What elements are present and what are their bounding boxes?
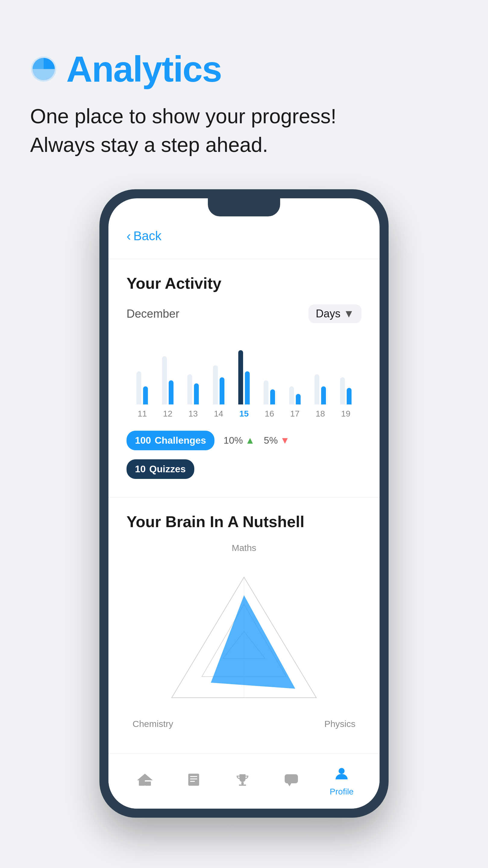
bar-bg: [340, 377, 345, 404]
bar-group-19: [333, 341, 358, 404]
bar-bg: [289, 386, 294, 404]
bar-fill: [143, 386, 148, 404]
subtitle: One place to show your progress! Always …: [30, 102, 336, 159]
percent2-value: 5%: [264, 435, 278, 446]
chat-icon: [281, 769, 302, 790]
svg-rect-11: [188, 774, 199, 786]
svg-rect-16: [239, 784, 246, 786]
bar-chart: 11 12 13 14 15 16 17 18 19: [127, 335, 361, 418]
bar-group-11: [130, 341, 155, 404]
bar-group-16: [257, 341, 282, 404]
divider-1: [108, 258, 380, 259]
bar-fill: [296, 394, 301, 404]
percent1-stat: 10% ▲: [224, 435, 255, 446]
bar-bg: [136, 371, 141, 404]
back-button[interactable]: ‹ Back: [127, 228, 361, 244]
subtitle-line1: One place to show your progress!: [30, 102, 336, 130]
trend-down-icon: ▼: [280, 435, 290, 446]
svg-rect-14: [190, 781, 195, 782]
day-label-16: 16: [257, 409, 282, 418]
day-label-11: 11: [130, 409, 155, 418]
quizzes-label: Quizzes: [150, 464, 186, 475]
stats-row: 100 Challenges 10% ▲ 5% ▼ 10: [127, 431, 361, 479]
home-icon: [134, 769, 156, 790]
page-title: Analytics: [66, 48, 222, 90]
back-label: Back: [133, 229, 161, 243]
day-label-17: 17: [282, 409, 307, 418]
activity-title: Your Activity: [127, 274, 361, 292]
day-label-18: 18: [307, 409, 333, 418]
month-label: December: [127, 307, 179, 320]
percent1-value: 10%: [224, 435, 243, 446]
divider-2: [108, 497, 380, 498]
trend-up-icon: ▲: [245, 435, 255, 446]
day-label-14: 14: [206, 409, 231, 418]
svg-rect-12: [190, 776, 197, 777]
phone-notch: [208, 198, 280, 216]
nav-item-trophy[interactable]: [232, 769, 253, 790]
brain-title: Your Brain In A Nutshell: [127, 513, 361, 531]
brain-section: Your Brain In A Nutshell Maths: [127, 513, 361, 741]
days-filter-label: Days: [316, 307, 340, 320]
nav-item-book[interactable]: [183, 769, 204, 790]
bar-bg: [315, 374, 319, 404]
analytics-icon: [30, 56, 57, 83]
bar-group-17: [282, 341, 307, 404]
percent2-stat: 5% ▼: [264, 435, 290, 446]
bar-fill: [270, 390, 275, 404]
book-icon: [183, 769, 204, 790]
nav-item-home[interactable]: [134, 769, 156, 790]
bar-fill: [347, 388, 352, 404]
challenges-badge: 100 Challenges: [127, 431, 215, 450]
bottom-nav: Profile: [108, 753, 380, 809]
bar-fill: [321, 386, 326, 404]
phone-screen: ‹ Back Your Activity December Days ▼: [108, 198, 380, 809]
bar-bg: [162, 356, 167, 404]
svg-point-19: [338, 768, 345, 774]
bar-group-13: [181, 341, 206, 404]
bar-fill-active: [245, 371, 250, 404]
day-label-19: 19: [333, 409, 358, 418]
bar-group-15: [231, 341, 257, 404]
svg-marker-18: [288, 783, 291, 786]
month-row: December Days ▼: [127, 304, 361, 323]
trophy-icon: [232, 769, 253, 790]
bar-bg: [264, 380, 268, 404]
bar-fill: [220, 377, 224, 404]
subtitle-line2: Always stay a step ahead.: [30, 130, 336, 159]
quizzes-badge: 10 Quizzes: [127, 459, 194, 479]
bar-fill-dark: [238, 350, 243, 404]
profile-nav-label: Profile: [330, 787, 354, 797]
activity-section: Your Activity December Days ▼: [127, 274, 361, 479]
challenges-count: 100: [135, 435, 151, 446]
radar-chart: [127, 565, 361, 710]
header-section: Analytics One place to show your progres…: [30, 48, 336, 159]
x-axis-labels: 11 12 13 14 15 16 17 18 19: [127, 409, 361, 418]
svg-rect-15: [241, 782, 244, 784]
bar-bg: [187, 374, 192, 404]
radar-label-chemistry: Chemistry: [133, 719, 173, 729]
back-arrow-icon: ‹: [127, 228, 131, 244]
days-dropdown[interactable]: Days ▼: [308, 304, 361, 323]
profile-icon: [331, 763, 352, 784]
svg-rect-13: [190, 778, 197, 779]
title-row: Analytics: [30, 48, 336, 90]
svg-rect-17: [285, 774, 298, 783]
challenges-label: Challenges: [155, 435, 206, 446]
day-label-15-active: 15: [231, 409, 257, 418]
bar-fill: [194, 383, 199, 404]
bar-group-18: [307, 341, 333, 404]
phone-outer: ‹ Back Your Activity December Days ▼: [99, 189, 389, 818]
chevron-down-icon: ▼: [344, 307, 354, 320]
bar-group-12: [155, 341, 180, 404]
radar-bottom-labels: Chemistry Physics: [127, 719, 361, 729]
radar-label-maths: Maths: [127, 543, 361, 553]
phone-mockup: ‹ Back Your Activity December Days ▼: [30, 189, 458, 818]
screen-content: ‹ Back Your Activity December Days ▼: [108, 198, 380, 753]
nav-item-chat[interactable]: [281, 769, 302, 790]
nav-item-profile[interactable]: Profile: [330, 763, 354, 797]
quizzes-count: 10: [135, 464, 146, 475]
bar-bg: [213, 365, 218, 404]
svg-rect-9: [145, 781, 151, 786]
svg-marker-10: [137, 774, 153, 780]
